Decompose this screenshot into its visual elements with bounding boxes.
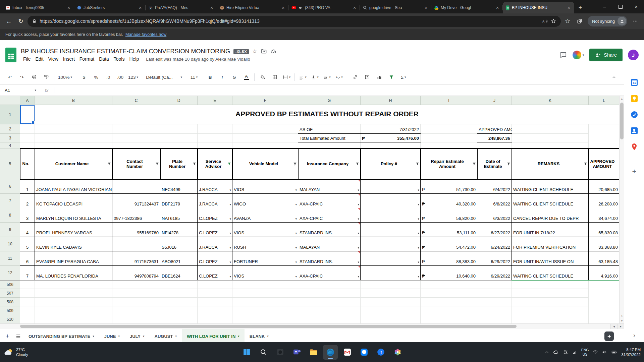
star-document-icon[interactable]: ☆ (252, 48, 257, 55)
cell-contact[interactable]: 955169760 (112, 223, 160, 237)
cell[interactable] (232, 315, 298, 324)
format-percent-button[interactable]: % (90, 72, 102, 82)
browser-tab[interactable]: My Drive - Googl× (431, 2, 503, 13)
read-aloud-icon[interactable]: A (542, 18, 548, 24)
contacts-icon[interactable] (630, 127, 638, 135)
cell[interactable] (198, 280, 232, 289)
cell-plate[interactable]: ABO8021 (160, 251, 198, 266)
battery-icon[interactable] (611, 349, 618, 355)
cell-no[interactable]: 6 (20, 251, 35, 266)
browser-tab[interactable]: BP INHOUSE INSU× (503, 2, 574, 13)
vertical-align-button[interactable]: ▾ (309, 72, 321, 82)
filter-funnel-icon[interactable] (192, 162, 197, 166)
cell-date[interactable]: 6/29/2022 (477, 251, 512, 266)
cell-policy[interactable]: ▾ (361, 266, 421, 280)
manage-favorites-link[interactable]: Manage favorites now (125, 32, 166, 37)
cell-model[interactable]: VIOS▾ (232, 223, 298, 237)
cell-insurance[interactable]: MALAYAN▾ (298, 179, 361, 194)
cell-date[interactable]: 6/29/2022 (477, 266, 512, 280)
filter-funnel-icon[interactable] (155, 162, 159, 166)
cell[interactable]: ₱10,640.00 (421, 266, 477, 280)
cell[interactable] (35, 280, 112, 289)
insert-chart-button[interactable] (373, 72, 385, 82)
text-color-button[interactable]: A (240, 72, 252, 82)
cell[interactable] (112, 142, 160, 148)
cell[interactable] (421, 306, 477, 315)
cell-plate[interactable]: S5J016 (160, 237, 198, 251)
print-button[interactable] (28, 72, 40, 82)
cell-advisor[interactable]: C.LOPEZ▾ (198, 223, 232, 237)
cell-date[interactable]: 6/3/2022 (477, 208, 512, 223)
cell[interactable] (160, 306, 198, 315)
cell[interactable] (198, 289, 232, 298)
cell-no[interactable]: 5 (20, 237, 35, 251)
row-header-1[interactable]: 1 (0, 105, 20, 124)
tab-close-icon[interactable]: × (66, 5, 71, 10)
column-header-K[interactable]: K (512, 96, 589, 105)
weather-widget[interactable]: 27°C Cloudy (4, 347, 28, 357)
cell-approved[interactable]: 26,208.00 (589, 194, 620, 208)
taskbar-edge-icon[interactable] (323, 345, 338, 360)
menu-help[interactable]: Help (127, 55, 141, 63)
dropdown-caret-icon[interactable]: ▾ (229, 232, 231, 235)
url-text[interactable]: https://docs.google.com/spreadsheets/d/1… (40, 18, 539, 24)
dropdown-caret-icon[interactable]: ▾ (229, 260, 231, 264)
add-addon-icon[interactable]: + (632, 167, 637, 176)
merge-cells-button[interactable]: ▾ (281, 72, 292, 82)
collapse-panel-icon[interactable]: › (633, 332, 635, 339)
tab-close-icon[interactable]: × (495, 5, 500, 10)
cell[interactable] (477, 315, 512, 324)
cell-date[interactable]: 6/24/2022 (477, 237, 512, 251)
dropdown-caret-icon[interactable]: ▾ (418, 203, 419, 206)
dropdown-caret-icon[interactable]: ▾ (358, 217, 359, 221)
cell[interactable] (112, 315, 160, 324)
cell[interactable] (298, 289, 361, 298)
cloud-saved-icon[interactable] (270, 48, 277, 55)
keep-icon[interactable] (630, 95, 638, 103)
cell-policy[interactable]: ▾ (361, 251, 421, 266)
cell[interactable] (198, 134, 232, 142)
cell[interactable] (160, 142, 198, 148)
account-avatar[interactable]: J (628, 50, 639, 60)
paint-format-button[interactable] (40, 72, 52, 82)
settings-sliders-icon[interactable] (563, 349, 569, 355)
cell-advisor[interactable]: J.RACCA▾ (198, 194, 232, 208)
cell[interactable] (35, 124, 112, 134)
cell[interactable] (512, 289, 589, 298)
cell-model[interactable]: WIGO▾ (232, 194, 298, 208)
cell[interactable] (232, 134, 298, 142)
cell[interactable] (477, 298, 512, 306)
bold-button[interactable]: B (204, 72, 216, 82)
row-header-9[interactable]: 9 (0, 223, 20, 237)
cell-policy[interactable]: ▾ (361, 194, 421, 208)
cell[interactable] (512, 280, 589, 289)
cell-approved[interactable]: 65,830.08 (589, 223, 620, 237)
zoom-select[interactable]: 100%▾ (56, 72, 74, 82)
cell-customer[interactable]: KEVIN KYLE CADAVIS (35, 237, 112, 251)
cell[interactable] (198, 124, 232, 134)
cell[interactable] (298, 280, 361, 289)
cell[interactable]: ₱53,111.00 (421, 223, 477, 237)
horizontal-scroll-thumb[interactable] (20, 325, 517, 328)
cell-total-approved[interactable]: 248,867.36 (477, 134, 512, 142)
column-header-D[interactable]: D (160, 96, 198, 105)
cell[interactable] (112, 124, 160, 134)
cell[interactable] (421, 124, 477, 134)
column-header-C[interactable]: C (112, 96, 160, 105)
row-header-7[interactable]: 7 (0, 194, 20, 208)
text-rotation-button[interactable]: A ▾ (333, 72, 345, 82)
cell-insurance[interactable]: STANDARD INS.▾ (298, 223, 361, 237)
cell[interactable] (298, 306, 361, 315)
back-button[interactable]: ← (3, 16, 14, 26)
cell-customer[interactable]: MA. LOURDES PEÑAFLORIDA (35, 266, 112, 280)
cell[interactable] (232, 124, 298, 134)
sheet-tab-caret-icon[interactable]: ▾ (175, 335, 177, 338)
cell[interactable] (361, 315, 421, 324)
tab-close-icon[interactable]: × (280, 5, 286, 10)
filter-funnel-icon[interactable] (506, 162, 511, 166)
favorites-icon[interactable]: ☆ (562, 16, 573, 26)
menu-edit[interactable]: Edit (33, 55, 46, 63)
fill-color-button[interactable] (257, 72, 268, 82)
dropdown-caret-icon[interactable]: ▾ (418, 217, 419, 221)
menu-format[interactable]: Format (77, 55, 97, 63)
